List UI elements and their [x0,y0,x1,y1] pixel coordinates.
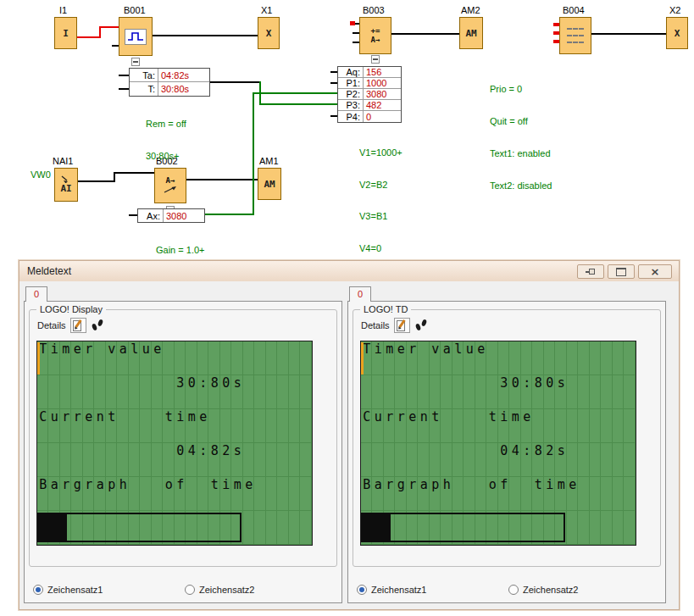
pin-stub [330,71,337,73]
lcd-char: m [384,341,396,375]
edit-icon[interactable] [70,318,86,333]
tab-0[interactable]: 0 [349,286,371,302]
lcd-char: i [49,341,61,375]
float-button[interactable] [608,264,635,279]
collapse-toggle-b003[interactable] [371,55,380,64]
edit-icon[interactable] [394,318,410,333]
lcd-char: a [419,477,430,511]
lcd-char: e [72,341,84,375]
wire [77,36,101,38]
dialog-titlebar[interactable]: Meldetext × [19,261,679,282]
lcd-char: 8 [209,443,221,477]
lcd-char: p [430,477,441,511]
radio-circle [508,585,519,595]
footprints-icon[interactable] [414,319,429,332]
footprints-icon[interactable] [91,319,105,332]
radio-zeichensatz2[interactable]: Zeichensatz2 [508,585,660,595]
param-label: Aq: [338,67,363,77]
block-nai1-network-analog-input[interactable]: AI [54,168,78,202]
param-value[interactable]: 30:80s [158,82,209,96]
connector-glyph: X [675,28,680,39]
block-b004-message-text[interactable] [559,17,591,54]
lcd-char: 0 [220,375,232,409]
connector-glyph: X [266,28,272,39]
lcd-char: 2 [544,443,556,477]
block-label-x2: X2 [669,5,680,15]
block-i1-digital-input[interactable]: I [54,17,77,49]
wire [186,179,258,180]
param-value[interactable]: 1000 [363,78,401,88]
unconnected-pin-marker [553,40,559,43]
pin-button[interactable] [577,264,604,279]
pin-stub [129,214,137,216]
block-label-i1: I1 [59,5,67,15]
lcd-char: s [556,443,568,477]
lcd-char: e [521,409,533,443]
lcd-cursor [361,342,364,375]
am2-annotations: Prio = 0 Quit = off Text1: enabled Text2… [490,63,552,212]
math-icon-line1: += [371,26,380,36]
unconnected-pin-marker [553,23,559,26]
lcd-char: m [60,341,72,375]
message-text-icon [567,42,584,43]
reference-wire [205,214,254,215]
lcd-char: e [152,341,164,375]
lcd-char: i [175,409,186,443]
b001-annotations: Rem = off 30:80s+ [146,98,186,182]
close-button[interactable]: × [638,264,672,279]
block-am2-analog-marker[interactable]: AM [459,17,483,49]
param-label: P2: [338,89,363,99]
param-value[interactable]: 3080 [363,89,401,99]
block-x1-open-connector[interactable]: X [258,17,280,49]
b003-parameter-box[interactable]: Aq: 156 P1: 1000 P2: 3080 P3: 482 P4: 0 [337,66,402,123]
dialog-title: Meldetext [19,265,71,277]
lcd-char: r [384,477,396,511]
block-b001-timer[interactable] [119,17,153,56]
message-text-icon [567,28,584,30]
reference-wire [253,92,337,94]
block-b003-math-instruction[interactable]: += A→ [359,17,391,54]
param-value[interactable]: 0 [363,111,401,122]
wire [153,35,258,36]
lcd-char: C [37,409,49,443]
block-x2-open-connector[interactable]: X [666,17,688,49]
radio-circle [185,585,195,595]
block-am1-analog-marker[interactable]: AM [258,168,281,200]
lcd-char: a [118,341,130,375]
param-label: P3: [338,100,363,110]
marker-glyph: AM [465,28,476,39]
lcd-char: n [419,409,430,443]
lcd-char: t [487,409,499,443]
lcd-char: o [164,477,175,511]
lcd-char: i [498,409,510,443]
lcd-char: g [72,477,84,511]
lcd-char: h [118,477,130,511]
lcd-char: u [49,409,61,443]
lcd-char: r [72,409,84,443]
tab-0[interactable]: 0 [25,286,47,302]
radio-zeichensatz2[interactable]: Zeichensatz2 [185,585,336,595]
lcd-char: e [407,409,419,443]
block-label-b004: B004 [563,5,585,15]
param-value[interactable]: 482 [363,100,401,110]
lcd-char: : [197,375,209,409]
param-value[interactable]: 04:82s [158,69,209,81]
radio-zeichensatz1[interactable]: Zeichensatz1 [33,585,185,595]
lcd-char: p [106,477,118,511]
network-input-arrow-icon [61,175,71,183]
input-glyph: I [63,28,69,39]
collapse-toggle-b001[interactable] [131,58,140,66]
lcd-char: 8 [209,375,221,409]
math-icon-line2: A→ [371,36,380,45]
radio-zeichensatz1[interactable]: Zeichensatz1 [357,585,508,595]
b002-parameter-box[interactable]: Ax: 3080 [137,208,205,223]
b001-parameter-box[interactable]: Ta: 04:82s T: 30:80s [129,68,210,97]
lcd-display[interactable]: Timervalue30:80sCurrenttime04:82sBargrap… [360,341,636,546]
param-label: T: [130,84,158,94]
param-value[interactable]: 3080 [163,209,204,222]
lcd-char: s [232,443,244,477]
param-value[interactable]: 156 [363,67,401,77]
block-label-x1: X1 [261,5,272,15]
lcd-char: r [83,341,95,375]
lcd-display[interactable]: Timervalue30:80sCurrenttime04:82sBargrap… [36,341,313,546]
